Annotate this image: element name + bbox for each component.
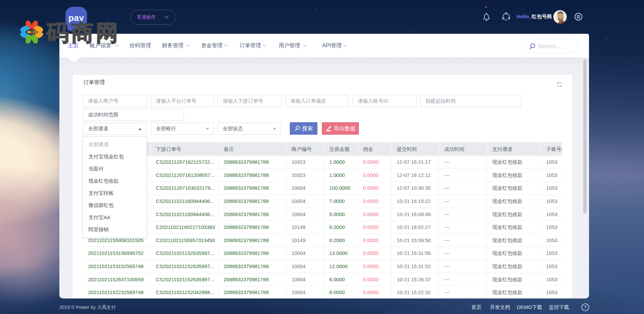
svg-text:?: ? (584, 305, 587, 310)
